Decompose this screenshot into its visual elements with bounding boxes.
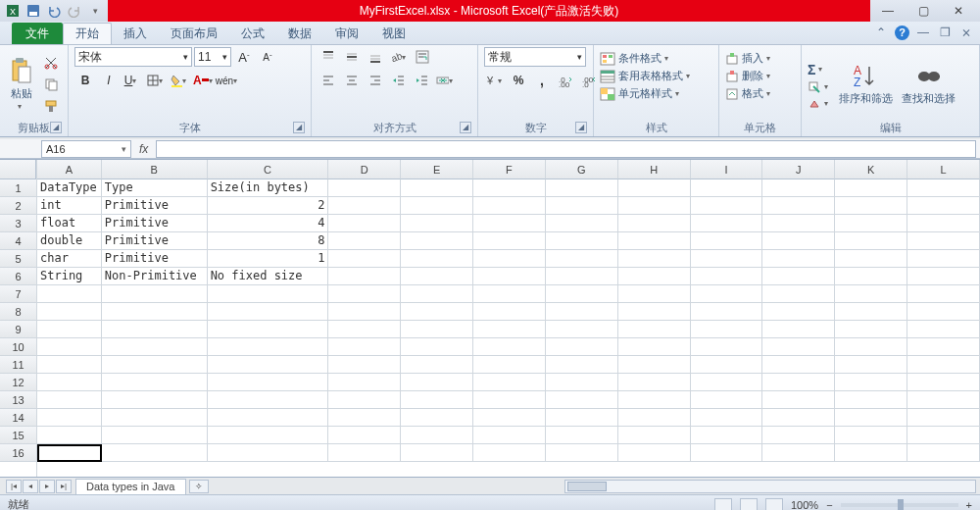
cell[interactable] <box>546 250 618 268</box>
cell[interactable] <box>618 285 691 303</box>
column-header[interactable]: J <box>762 160 835 179</box>
cell[interactable] <box>401 374 473 391</box>
cell[interactable] <box>618 179 691 197</box>
cell[interactable] <box>691 268 763 285</box>
cell[interactable] <box>835 250 907 268</box>
cell[interactable] <box>618 374 691 391</box>
align-bottom-icon[interactable] <box>365 47 386 67</box>
select-all-corner[interactable] <box>0 160 36 179</box>
cell[interactable] <box>835 374 907 391</box>
cell[interactable] <box>835 427 907 444</box>
column-header[interactable]: I <box>691 160 763 179</box>
column-header[interactable]: D <box>328 160 401 179</box>
fill-color-button[interactable]: ▾ <box>169 71 190 90</box>
column-header[interactable]: L <box>907 160 980 179</box>
cell[interactable] <box>691 197 763 215</box>
cell[interactable] <box>401 321 473 338</box>
grid[interactable]: ABCDEFGHIJKL DataTypeTypeSize(in bytes)i… <box>37 160 980 477</box>
row-header[interactable]: 8 <box>0 303 36 321</box>
cell[interactable] <box>328 285 401 303</box>
row-header[interactable]: 2 <box>0 197 36 215</box>
name-box[interactable]: A16▾ <box>41 140 131 158</box>
cell[interactable] <box>328 250 401 268</box>
cell[interactable] <box>618 321 691 338</box>
increase-decimal-icon[interactable]: .0.00 <box>555 71 576 90</box>
cell[interactable] <box>762 303 835 321</box>
cell[interactable] <box>473 303 546 321</box>
cell[interactable] <box>328 444 401 462</box>
redo-icon[interactable] <box>66 3 83 19</box>
cell[interactable] <box>401 303 473 321</box>
formula-input[interactable] <box>156 140 976 158</box>
cell[interactable] <box>328 374 401 391</box>
cell[interactable] <box>102 427 208 444</box>
fill-button[interactable]: ▾ <box>808 80 832 94</box>
clipboard-dialog-launcher[interactable]: ◢ <box>50 122 62 133</box>
tab-formulas[interactable]: 公式 <box>229 23 276 44</box>
italic-button[interactable]: I <box>98 71 120 90</box>
cell[interactable] <box>328 197 401 215</box>
cell[interactable] <box>762 250 835 268</box>
cell[interactable] <box>102 356 208 374</box>
sheet-tab-active[interactable]: Data types in Java <box>75 479 186 494</box>
cell[interactable] <box>473 444 546 462</box>
cell[interactable] <box>473 427 546 444</box>
cell[interactable] <box>401 197 473 215</box>
tab-data[interactable]: 数据 <box>276 23 323 44</box>
cell[interactable] <box>473 250 546 268</box>
column-header[interactable]: C <box>208 160 329 179</box>
font-color-button[interactable]: A▾ <box>192 71 214 90</box>
ribbon-minimize-icon[interactable]: ⌃ <box>873 25 889 40</box>
cell[interactable] <box>762 427 835 444</box>
cell[interactable] <box>473 179 546 197</box>
autosum-button[interactable]: Σ▾ <box>808 62 826 77</box>
tab-pagelayout[interactable]: 页面布局 <box>159 23 229 44</box>
cell[interactable] <box>762 409 835 427</box>
cell[interactable]: Primitive <box>102 250 208 268</box>
row-header[interactable]: 5 <box>0 250 36 268</box>
cell[interactable] <box>208 338 329 356</box>
horizontal-scrollbar[interactable] <box>564 480 976 493</box>
cell[interactable] <box>691 179 763 197</box>
save-icon[interactable] <box>24 3 42 19</box>
cell[interactable] <box>102 285 208 303</box>
row-header[interactable]: 11 <box>0 356 36 374</box>
cell[interactable] <box>328 179 401 197</box>
row-header[interactable]: 13 <box>0 391 36 409</box>
close-button[interactable]: ✕ <box>945 1 972 21</box>
cell[interactable] <box>208 427 329 444</box>
cell[interactable]: Size(in bytes) <box>208 179 329 197</box>
sheet-nav-last[interactable]: ▸| <box>56 480 72 493</box>
cell[interactable] <box>691 427 763 444</box>
cell[interactable] <box>546 268 618 285</box>
cell[interactable] <box>691 215 763 232</box>
cell[interactable]: Primitive <box>102 197 208 215</box>
cell[interactable] <box>473 285 546 303</box>
cell[interactable] <box>907 391 980 409</box>
view-pagelayout-button[interactable] <box>740 498 758 511</box>
cell[interactable] <box>835 268 907 285</box>
orientation-icon[interactable]: ab▾ <box>388 47 410 67</box>
cell[interactable] <box>473 268 546 285</box>
cell[interactable]: 8 <box>208 232 329 250</box>
maximize-button[interactable]: ▢ <box>909 1 937 21</box>
cell[interactable] <box>618 444 691 462</box>
row-header[interactable]: 9 <box>0 321 36 338</box>
cell[interactable] <box>546 374 618 391</box>
align-left-icon[interactable] <box>318 71 339 90</box>
phonetic-button[interactable]: wén▾ <box>216 71 237 90</box>
cell[interactable] <box>401 427 473 444</box>
cell[interactable] <box>401 285 473 303</box>
cell[interactable] <box>691 356 763 374</box>
cell[interactable] <box>835 179 907 197</box>
row-header[interactable]: 1 <box>0 179 36 197</box>
format-as-table-button[interactable]: 套用表格格式▾ <box>600 69 694 83</box>
cell[interactable] <box>328 409 401 427</box>
row-header[interactable]: 4 <box>0 232 36 250</box>
cell[interactable] <box>102 303 208 321</box>
cell[interactable] <box>102 338 208 356</box>
cell[interactable] <box>835 303 907 321</box>
cell[interactable] <box>37 303 102 321</box>
cell[interactable] <box>401 215 473 232</box>
sheet-nav-prev[interactable]: ◂ <box>23 480 38 493</box>
